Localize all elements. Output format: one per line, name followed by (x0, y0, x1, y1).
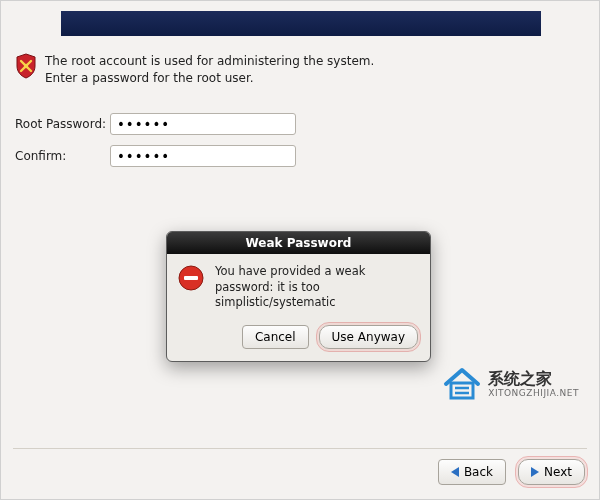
house-icon (442, 366, 482, 402)
confirm-password-input[interactable] (110, 145, 296, 167)
watermark-subtitle: XITONGZHIJIA.NET (488, 389, 579, 398)
error-icon (177, 264, 205, 292)
arrow-right-icon (531, 467, 539, 477)
svg-point-0 (24, 64, 28, 68)
root-password-input[interactable] (110, 113, 296, 135)
watermark: 系统之家 XITONGZHIJIA.NET (442, 366, 579, 402)
watermark-title: 系统之家 (488, 371, 579, 387)
dialog-title: Weak Password (167, 232, 430, 254)
next-button[interactable]: Next (518, 459, 585, 485)
intro-text: The root account is used for administeri… (45, 53, 385, 87)
confirm-password-label: Confirm: (15, 149, 110, 163)
back-button[interactable]: Back (438, 459, 506, 485)
svg-rect-3 (451, 383, 473, 398)
intro-row: The root account is used for administeri… (15, 53, 385, 87)
next-button-label: Next (544, 465, 572, 479)
back-button-label: Back (464, 465, 493, 479)
root-password-form: Root Password: Confirm: (15, 113, 296, 177)
weak-password-dialog: Weak Password You have provided a weak p… (166, 231, 431, 362)
svg-rect-2 (184, 276, 198, 280)
root-password-label: Root Password: (15, 117, 110, 131)
use-anyway-button[interactable]: Use Anyway (319, 325, 418, 349)
arrow-left-icon (451, 467, 459, 477)
footer-divider (13, 448, 587, 449)
wizard-nav: Back Next (438, 459, 585, 485)
dialog-message: You have provided a weak password: it is… (215, 264, 418, 311)
shield-icon (15, 53, 37, 79)
cancel-button[interactable]: Cancel (242, 325, 309, 349)
header-banner (61, 11, 541, 36)
